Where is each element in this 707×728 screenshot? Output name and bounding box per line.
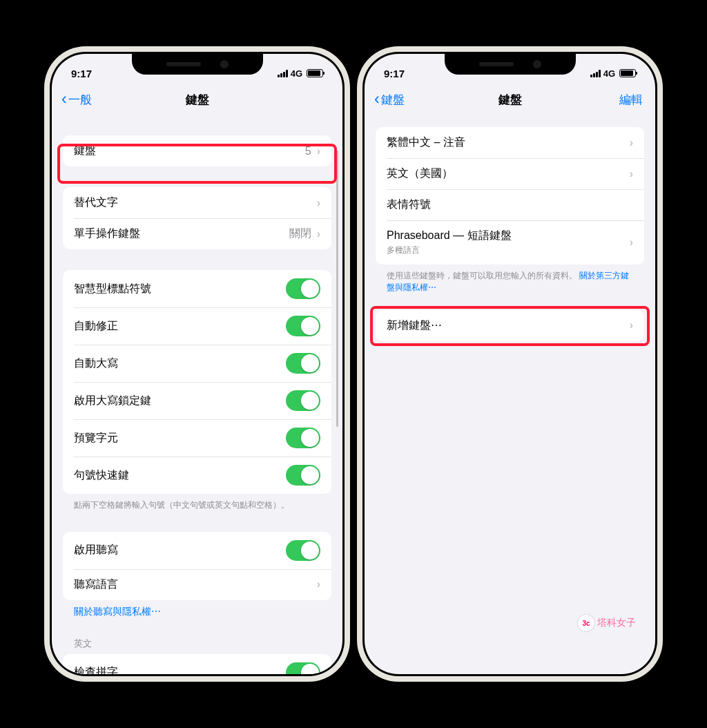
smart-punctuation-row: 智慧型標點符號 [63,270,331,307]
smart-punctuation-toggle[interactable] [286,278,320,299]
nav-bar: ‹ 一般 鍵盤 [52,84,342,115]
edit-button[interactable]: 編輯 [619,92,643,108]
phone-bezel: 9:17 4G ‹ 鍵盤 鍵盤 編輯 繁體中文 – 注音 [362,52,657,676]
auto-correct-row: 自動修正 [63,307,331,345]
one-handed-row[interactable]: 單手操作鍵盤 關閉 › [63,218,331,249]
keyboard-en-label: 英文（美國） [387,166,630,181]
auto-correct-toggle[interactable] [286,316,320,336]
keyboard-en-row[interactable]: 英文（美國） › [376,158,644,189]
keyboards-row[interactable]: 鍵盤 5 › [63,135,331,166]
keyboards-value: 5 [305,145,311,157]
chevron-right-icon: › [630,168,633,180]
dictation-lang-label: 聽寫語言 [74,577,317,592]
back-label: 一般 [68,92,92,108]
screen-left: 9:17 4G ‹ 一般 鍵盤 [52,54,342,674]
check-spelling-toggle[interactable] [286,662,320,674]
signal-icon [278,70,288,77]
dictation-toggle[interactable] [286,540,320,561]
keyboards-label: 鍵盤 [74,144,305,158]
keyboard-emoji-label: 表情符號 [387,198,633,212]
keyboard-emoji-row[interactable]: 表情符號 [376,189,644,220]
nav-bar: ‹ 鍵盤 鍵盤 編輯 [365,84,655,115]
avatar-icon: 3c [578,615,594,631]
caps-lock-label: 啟用大寫鎖定鍵 [74,394,286,408]
section-english: 英文 [63,624,331,654]
dictation-lang-row[interactable]: 聽寫語言 › [63,569,331,600]
dictation-label: 啟用聽寫 [74,543,286,557]
dictation-row: 啟用聽寫 [63,532,331,569]
scroll-indicator[interactable] [336,151,338,427]
chevron-right-icon: › [317,197,320,209]
check-spelling-label: 檢查拼字 [74,665,286,674]
dictation-privacy-link[interactable]: 關於聽寫與隱私權⋯ [63,600,331,624]
text-replacement-label: 替代文字 [74,195,317,210]
char-preview-label: 預覽字元 [74,431,286,446]
carrier-label: 4G [291,68,302,79]
back-label: 鍵盤 [381,92,405,108]
keyboard-zh-row[interactable]: 繁體中文 – 注音 › [376,127,644,158]
back-button[interactable]: ‹ 鍵盤 [374,92,405,108]
auto-correct-label: 自動修正 [74,319,286,334]
auto-cap-row: 自動大寫 [63,345,331,382]
content-scroll[interactable]: 鍵盤 5 › 替代文字 › 單手操作鍵盤 關閉 › [52,115,342,674]
period-shortcut-label: 句號快速鍵 [74,468,286,483]
period-footer: 點兩下空格鍵將輸入句號（中文句號或英文句點和空格）。 [63,494,331,511]
page-title: 鍵盤 [365,92,655,108]
phone-bezel: 9:17 4G ‹ 一般 鍵盤 [50,52,345,676]
char-preview-toggle[interactable] [286,428,320,448]
page-title: 鍵盤 [52,92,342,108]
char-preview-row: 預覽字元 [63,419,331,457]
keyboard-phraseboard-row[interactable]: Phraseboard — 短語鍵盤 多種語言 › [376,220,644,265]
chevron-right-icon: › [317,228,320,240]
third-party-footer: 使用這些鍵盤時，鍵盤可以取用您輸入的所有資料。 關於第三方鍵盤與隱私權⋯ [376,265,644,294]
content-scroll[interactable]: 繁體中文 – 注音 › 英文（美國） › 表情符號 Phraseboard — … [365,115,655,674]
one-handed-label: 單手操作鍵盤 [74,227,289,241]
add-keyboard-row[interactable]: 新增鍵盤⋯ › [376,310,644,341]
chevron-left-icon: ‹ [374,91,380,107]
chevron-right-icon: › [630,319,633,332]
back-button[interactable]: ‹ 一般 [61,92,92,108]
phraseboard-title: Phraseboard — 短語鍵盤 [387,229,630,243]
footer-text: 使用這些鍵盤時，鍵盤可以取用您輸入的所有資料。 [387,271,577,280]
smart-punctuation-label: 智慧型標點符號 [74,282,286,296]
chevron-right-icon: › [317,578,320,591]
signal-icon [590,70,601,77]
battery-icon [307,69,323,77]
phraseboard-sub: 多種語言 [387,245,630,256]
chevron-right-icon: › [630,236,633,249]
chevron-left-icon: ‹ [61,91,67,107]
keyboard-zh-label: 繁體中文 – 注音 [387,135,630,150]
phone-frame-left: 9:17 4G ‹ 一般 鍵盤 [44,46,350,682]
notch [132,54,263,75]
auto-cap-toggle[interactable] [286,353,320,374]
caps-lock-toggle[interactable] [286,390,320,411]
watermark-text: 塔科女子 [597,617,636,629]
phone-frame-right: 9:17 4G ‹ 鍵盤 鍵盤 編輯 繁體中文 – 注音 [357,46,663,682]
carrier-label: 4G [603,68,615,79]
chevron-right-icon: › [630,137,633,149]
screen-right: 9:17 4G ‹ 鍵盤 鍵盤 編輯 繁體中文 – 注音 [365,54,655,674]
period-shortcut-row: 句號快速鍵 [63,457,331,494]
auto-cap-label: 自動大寫 [74,356,286,371]
watermark: 3c 塔科女子 [578,615,636,631]
text-replacement-row[interactable]: 替代文字 › [63,187,331,218]
notch [445,54,576,75]
one-handed-value: 關閉 [289,227,311,241]
add-keyboard-label: 新增鍵盤⋯ [387,318,630,333]
battery-icon [619,69,636,77]
period-shortcut-toggle[interactable] [286,465,320,486]
chevron-right-icon: › [317,145,320,157]
check-spelling-row: 檢查拼字 [63,654,331,674]
caps-lock-row: 啟用大寫鎖定鍵 [63,382,331,419]
